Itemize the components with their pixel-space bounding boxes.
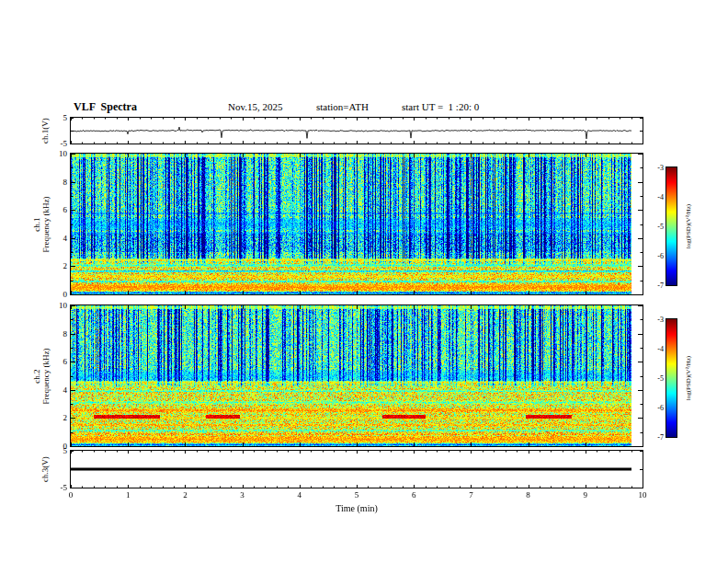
ch3-voltage-axis-label: ch.3(V) <box>40 456 50 482</box>
y-tick-label: 6 <box>47 205 67 214</box>
y-tick-label: 10 <box>47 149 67 158</box>
ch1-axis-units-label: Frequency (kHz) <box>41 196 51 252</box>
y-tick-label: 2 <box>47 413 67 422</box>
ch3-voltage-panel: ch.3(V) 5-5012345678910 <box>70 450 643 488</box>
x-tick-label: 9 <box>578 490 593 500</box>
colorbar-ch1-label: log(PSD)(V²/Hz) <box>685 204 692 248</box>
colorbar-tick-label: -7 <box>648 433 664 442</box>
x-tick-label: 1 <box>120 490 135 500</box>
colorbar-ch2: log(PSD)(V²/Hz) -3-4-5-6-7 <box>665 318 677 438</box>
x-tick-label: 10 <box>635 490 650 500</box>
y-tick-label: 5 <box>47 446 67 455</box>
ch2-frequency-axis-label: ch.2 Frequency (kHz) <box>32 348 51 404</box>
colorbar-tick-label: -5 <box>648 223 664 231</box>
ch2-axis-channel-label: ch.2 <box>32 348 41 404</box>
ch2-spectrogram-canvas <box>71 305 643 446</box>
x-tick-label: 6 <box>406 490 421 500</box>
time-axis-label: Time (min) <box>70 503 643 513</box>
ch3-voltage-trace-canvas <box>71 451 643 488</box>
ch2-spectrogram-panel: ch.2 Frequency (kHz) 0246810 <box>70 304 643 447</box>
vlf-spectra-figure: VLF Spectra Nov.15, 2025 station=ATH sta… <box>0 0 728 563</box>
x-tick-label: 5 <box>349 490 364 500</box>
colorbar-tick-label: -6 <box>648 404 664 412</box>
y-tick-label: 0 <box>47 290 67 299</box>
ch1-frequency-axis-label: ch.1 Frequency (kHz) <box>32 196 51 252</box>
ch1-spectrogram-canvas <box>71 154 643 294</box>
x-tick-label: 4 <box>292 490 307 500</box>
header-start-ut: start UT = 1 :20: 0 <box>402 101 479 112</box>
colorbar-tick-label: -7 <box>648 282 664 290</box>
x-tick-label: 3 <box>235 490 250 500</box>
colorbar-tick-label: -3 <box>648 164 664 172</box>
x-tick-label: 8 <box>521 490 536 500</box>
x-tick-label: 2 <box>177 490 192 500</box>
colorbar-tick-label: -4 <box>648 193 664 201</box>
ch1-axis-channel-label: ch.1 <box>32 196 41 252</box>
y-tick-label: 8 <box>47 178 67 187</box>
ch2-axis-units-label: Frequency (kHz) <box>41 348 51 404</box>
header-date: Nov.15, 2025 <box>228 101 282 112</box>
colorbar-ch2-canvas <box>666 319 677 437</box>
y-tick-label: 8 <box>47 329 67 339</box>
ch1-spectrogram-panel: ch.1 Frequency (kHz) 0246810 <box>70 153 643 295</box>
colorbar-tick-label: -3 <box>648 316 664 324</box>
colorbar-ch2-label: log(PSD)(V²/Hz) <box>685 356 692 400</box>
colorbar-ch1: log(PSD)(V²/Hz) -3-4-5-6-7 <box>665 167 677 286</box>
colorbar-ch1-canvas <box>666 167 677 285</box>
ch1-voltage-panel: ch.1(V) 5-5 <box>70 117 643 144</box>
colorbar-tick-label: -4 <box>648 345 664 353</box>
y-tick-label: 5 <box>47 113 67 122</box>
x-tick-label: 7 <box>463 490 478 500</box>
ch1-voltage-trace-canvas <box>71 118 643 144</box>
y-tick-label: 4 <box>47 385 67 395</box>
y-tick-label: 2 <box>47 261 67 270</box>
figure-title: VLF Spectra <box>74 100 137 114</box>
y-tick-label: 6 <box>47 357 67 366</box>
colorbar-tick-label: -6 <box>648 252 664 260</box>
y-tick-label: 10 <box>47 301 67 310</box>
y-tick-label: -5 <box>47 139 67 148</box>
y-tick-label: 4 <box>47 234 67 243</box>
colorbar-tick-label: -5 <box>648 374 664 383</box>
x-tick-label: 0 <box>63 490 78 500</box>
header-station: station=ATH <box>316 101 369 112</box>
